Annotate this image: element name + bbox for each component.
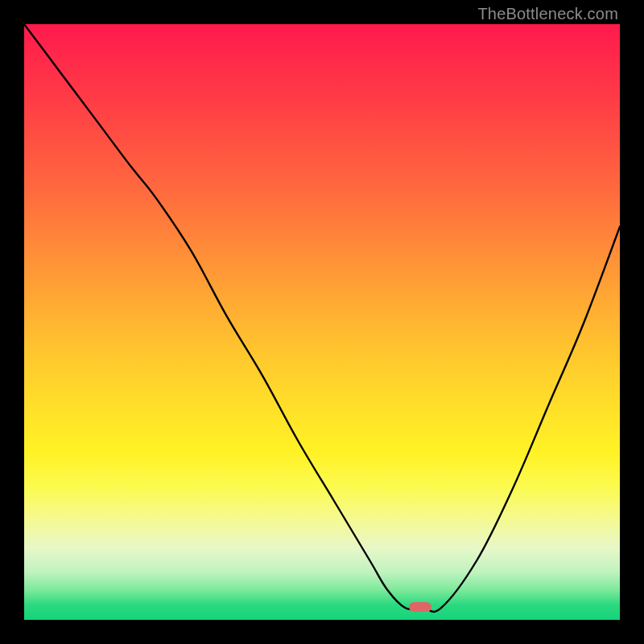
plot-area <box>24 24 620 620</box>
optimal-marker <box>409 602 431 612</box>
chart-frame: TheBottleneck.com <box>0 0 644 644</box>
curve-path <box>24 24 620 612</box>
bottleneck-curve <box>24 24 620 620</box>
watermark-text: TheBottleneck.com <box>477 5 618 23</box>
